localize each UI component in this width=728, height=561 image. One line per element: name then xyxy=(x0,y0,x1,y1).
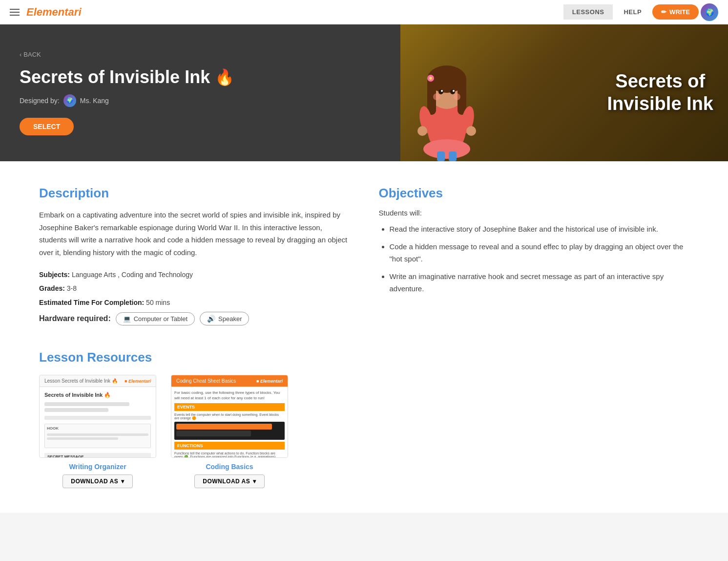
hardware-badge-speaker: 🔊 Speaker xyxy=(200,312,249,325)
resources-grid: Lesson Secrets of Invisible Ink 🔥 ■ Elem… xyxy=(39,375,689,488)
resource-preview-coding[interactable]: Coding Cheat Sheet Basics ■ Elementari F… xyxy=(171,375,288,458)
svg-rect-19 xyxy=(449,151,457,161)
content-grid: Description Embark on a captivating adve… xyxy=(39,186,689,325)
user-avatar[interactable]: 🌍 xyxy=(701,3,718,21)
main-content: Description Embark on a captivating adve… xyxy=(0,161,728,513)
hardware-label: Hardware required: xyxy=(39,314,111,323)
resource-card-coding: Coding Cheat Sheet Basics ■ Elementari F… xyxy=(171,375,288,488)
grades-value: 3-8 xyxy=(67,284,77,292)
download-chevron-icon: ▾ xyxy=(121,478,125,485)
resources-section: Lesson Resources Lesson Secrets of Invis… xyxy=(39,350,689,488)
description-section: Description Embark on a captivating adve… xyxy=(39,186,350,325)
resource-header-logo: ■ Elementari xyxy=(125,379,151,384)
svg-point-16 xyxy=(417,126,427,136)
objective-item-3: Write an imaginative narrative hook and … xyxy=(390,270,689,295)
select-button[interactable]: SELECT xyxy=(20,118,74,135)
time-value: 50 mins xyxy=(146,299,170,306)
svg-point-13 xyxy=(454,93,460,100)
coding-download-chevron-icon: ▾ xyxy=(253,478,256,485)
resource-preview-header-writing: Lesson Secrets of Invisible Ink 🔥 ■ Elem… xyxy=(40,375,156,387)
hardware-row: Hardware required: 💻 Computer or Tablet … xyxy=(39,312,350,325)
hamburger-menu[interactable] xyxy=(10,9,20,16)
svg-point-8 xyxy=(438,89,443,94)
coding-download-label: DOWNLOAD AS xyxy=(203,478,250,485)
coding-preview-body: For basic coding, use the following thre… xyxy=(171,387,288,458)
svg-point-17 xyxy=(466,126,476,136)
writing-download-button[interactable]: DOWNLOAD AS ▾ xyxy=(62,475,133,488)
author-name: Ms. Kang xyxy=(80,97,109,105)
svg-point-9 xyxy=(450,89,455,94)
preview-box-hook: HOOK xyxy=(44,424,151,448)
coding-events-section: EVENTS xyxy=(174,403,285,411)
objectives-title: Objectives xyxy=(379,186,689,201)
coding-events-preview xyxy=(174,422,285,440)
events-text: Events tell the computer when to start d… xyxy=(174,413,285,420)
objective-item-2: Code a hidden message to reveal and a so… xyxy=(390,240,689,265)
svg-point-11 xyxy=(453,90,455,92)
writing-organizer-link[interactable]: Writing Organizer xyxy=(69,463,126,471)
time-row: Estimated Time For Completion: 50 mins xyxy=(39,297,350,308)
computer-label: Computer or Tablet xyxy=(134,315,187,323)
grades-label: Grades: xyxy=(39,284,65,292)
description-title: Description xyxy=(39,186,350,201)
speaker-label: Speaker xyxy=(218,315,242,323)
help-nav-button[interactable]: HELP xyxy=(615,4,650,20)
coding-functions-section: FUNCTIONS xyxy=(174,442,285,450)
svg-point-1 xyxy=(423,139,470,159)
coding-download-button[interactable]: DOWNLOAD AS ▾ xyxy=(194,475,265,488)
objectives-intro: Students will: xyxy=(379,209,689,217)
svg-point-10 xyxy=(441,90,443,92)
resource-preview-header-coding: Coding Cheat Sheet Basics ■ Elementari xyxy=(171,375,288,387)
objectives-section: Objectives Students will: Read the inter… xyxy=(379,186,689,325)
resource-preview-writing[interactable]: Lesson Secrets of Invisible Ink 🔥 ■ Elem… xyxy=(39,375,156,458)
description-body: Embark on a captivating adventure into t… xyxy=(39,209,350,259)
hero-author: Designed by: 🌍 Ms. Kang xyxy=(20,94,381,107)
hero-image: Secrets of Invisible Ink xyxy=(400,24,728,161)
pencil-icon: ✏ xyxy=(661,8,666,16)
hero-title: Secrets of Invisible Ink 🔥 xyxy=(20,67,381,87)
hero-section: ‹ BACK Secrets of Invisible Ink 🔥 Design… xyxy=(0,24,728,161)
svg-point-7 xyxy=(429,77,432,80)
back-label: BACK xyxy=(23,51,41,58)
designed-by-label: Designed by: xyxy=(20,97,60,105)
flame-icon: 🔥 xyxy=(215,68,234,86)
time-label: Estimated Time For Completion: xyxy=(39,299,144,306)
hero-title-text: Secrets of Invisible Ink xyxy=(20,67,210,87)
nav-logo: Elementari xyxy=(26,6,82,19)
character-illustration xyxy=(410,49,483,161)
preview-subtitle: Secrets of Invisible Ink 🔥 xyxy=(44,392,151,398)
subjects-label: Subjects: xyxy=(39,271,70,279)
grades-row: Grades: 3-8 xyxy=(39,283,350,294)
speaker-icon: 🔊 xyxy=(207,315,215,323)
lessons-nav-button[interactable]: LESSONS xyxy=(563,4,613,20)
nav-left: Elementari xyxy=(10,6,82,19)
resource-card-writing: Lesson Secrets of Invisible Ink 🔥 ■ Elem… xyxy=(39,375,156,488)
subjects-row: Subjects: Language Arts , Coding and Tec… xyxy=(39,269,350,280)
resource-preview-body-writing: Secrets of Invisible Ink 🔥 HOOK SECRET M… xyxy=(40,387,156,458)
objectives-list: Read the interactive story of Josephine … xyxy=(379,223,689,295)
svg-point-12 xyxy=(433,93,440,100)
svg-rect-18 xyxy=(437,151,445,161)
writing-download-label: DOWNLOAD AS xyxy=(71,478,118,485)
back-button[interactable]: ‹ BACK xyxy=(20,51,381,58)
subjects-value: Language Arts , Coding and Technology xyxy=(72,271,193,279)
resource-header-title: Lesson Secrets of Invisible Ink 🔥 xyxy=(44,378,118,384)
preview-secret-message: SECRET MESSAGE xyxy=(44,453,151,458)
coding-header-title: Coding Cheat Sheet Basics xyxy=(176,378,236,384)
hero-overlay-text: Secrets of Invisible Ink xyxy=(607,70,713,115)
author-avatar: 🌍 xyxy=(63,94,76,107)
write-nav-button[interactable]: ✏ WRITE xyxy=(652,4,699,20)
back-arrow-icon: ‹ xyxy=(20,51,21,58)
hero-banner: Secrets of Invisible Ink xyxy=(400,24,728,161)
computer-icon: 💻 xyxy=(123,315,131,323)
objective-item-1: Read the interactive story of Josephine … xyxy=(390,223,689,236)
write-label: WRITE xyxy=(669,8,690,16)
coding-header-logo: ■ Elementari xyxy=(256,379,283,384)
coding-basics-link[interactable]: Coding Basics xyxy=(206,463,253,471)
navigation: Elementari LESSONS HELP ✏ WRITE 🌍 xyxy=(0,0,728,24)
hardware-badge-computer: 💻 Computer or Tablet xyxy=(116,312,195,325)
nav-right: LESSONS HELP ✏ WRITE 🌍 xyxy=(563,3,718,21)
coding-preview-text: For basic coding, use the following thre… xyxy=(174,390,285,401)
hero-left: ‹ BACK Secrets of Invisible Ink 🔥 Design… xyxy=(0,24,400,161)
resources-title: Lesson Resources xyxy=(39,350,689,365)
